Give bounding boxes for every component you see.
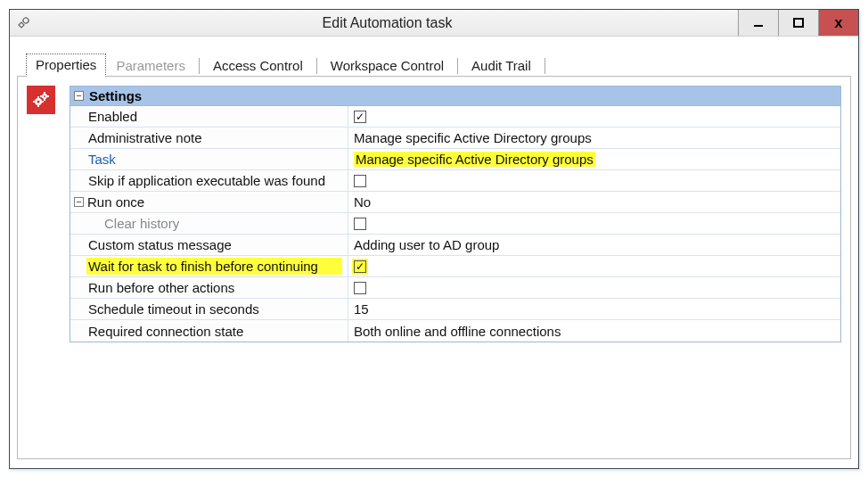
- maximize-button[interactable]: [778, 10, 818, 36]
- value-run-once[interactable]: No: [348, 192, 840, 212]
- tab-content: − Settings Enabled ✓ Administrative note…: [17, 76, 851, 459]
- tab-separator: [199, 58, 200, 74]
- svg-point-0: [23, 18, 29, 23]
- section-settings[interactable]: − Settings: [70, 86, 840, 106]
- svg-rect-14: [47, 95, 49, 97]
- value-admin-note[interactable]: Manage specific Active Directory groups: [348, 128, 840, 148]
- row-connection[interactable]: Required connection state Both online an…: [70, 320, 840, 342]
- row-wait[interactable]: Wait for task to finish before continuin…: [70, 256, 840, 277]
- collapse-icon[interactable]: −: [74, 91, 84, 101]
- value-wait[interactable]: ✓: [348, 256, 840, 276]
- titlebar: Edit Automation task x: [10, 10, 858, 37]
- value-skip[interactable]: [348, 170, 840, 191]
- row-admin-note[interactable]: Administrative note Manage specific Acti…: [70, 128, 840, 149]
- label-timeout: Schedule timeout in seconds: [70, 299, 348, 319]
- row-run-once[interactable]: − Run once No: [70, 192, 840, 213]
- highlight-task-value: Manage specific Active Directory groups: [354, 152, 595, 167]
- tab-bar: Properties Parameters Access Control Wor…: [26, 53, 851, 76]
- close-button[interactable]: x: [818, 10, 858, 36]
- tab-separator: [316, 58, 317, 74]
- value-timeout[interactable]: 15: [348, 299, 840, 319]
- svg-rect-7: [33, 101, 36, 103]
- svg-rect-6: [37, 104, 39, 107]
- window: Edit Automation task x Properties Parame…: [9, 9, 859, 469]
- minimize-button[interactable]: [738, 10, 778, 36]
- value-clear-history[interactable]: [348, 213, 840, 234]
- tab-workspace-control[interactable]: Workspace Control: [321, 54, 454, 77]
- tab-parameters[interactable]: Parameters: [106, 54, 195, 77]
- row-clear-history[interactable]: Clear history: [70, 213, 840, 235]
- checkbox-wait[interactable]: ✓: [354, 260, 366, 273]
- value-run-before[interactable]: [348, 277, 840, 298]
- section-label: Settings: [89, 88, 142, 103]
- svg-rect-1: [754, 25, 763, 27]
- label-task[interactable]: Task: [70, 149, 348, 169]
- label-wait: Wait for task to finish before continuin…: [70, 256, 348, 276]
- property-grid: − Settings Enabled ✓ Administrative note…: [70, 86, 841, 342]
- value-status-message[interactable]: Adding user to AD group: [348, 235, 840, 255]
- tab-separator: [457, 58, 458, 74]
- svg-point-4: [37, 101, 40, 103]
- label-run-once: − Run once: [70, 192, 348, 212]
- svg-point-10: [44, 95, 45, 97]
- value-enabled[interactable]: ✓: [348, 106, 840, 127]
- label-run-before: Run before other actions: [70, 277, 348, 298]
- tab-properties[interactable]: Properties: [26, 54, 106, 77]
- label-connection: Required connection state: [70, 320, 348, 342]
- row-skip[interactable]: Skip if application executable was found: [70, 170, 840, 192]
- row-timeout[interactable]: Schedule timeout in seconds 15: [70, 299, 840, 320]
- gears-icon: [27, 86, 55, 114]
- row-task[interactable]: Task Manage specific Active Directory gr…: [70, 149, 840, 170]
- svg-rect-2: [794, 19, 803, 27]
- checkbox-clear-history[interactable]: [354, 218, 366, 230]
- value-connection[interactable]: Both online and offline connections: [348, 320, 840, 342]
- highlight-wait-label: Wait for task to finish before continuin…: [86, 258, 342, 275]
- tab-access-control[interactable]: Access Control: [203, 54, 313, 77]
- svg-rect-13: [40, 95, 42, 97]
- collapse-icon[interactable]: −: [74, 197, 84, 207]
- svg-rect-5: [37, 96, 39, 99]
- app-icon: [10, 16, 37, 30]
- window-title: Edit Automation task: [37, 15, 738, 31]
- label-status-message: Custom status message: [70, 235, 348, 255]
- tab-audit-trail[interactable]: Audit Trail: [462, 54, 541, 77]
- checkbox-run-before[interactable]: [354, 282, 366, 294]
- label-admin-note: Administrative note: [70, 128, 348, 148]
- row-status-message[interactable]: Custom status message Adding user to AD …: [70, 235, 840, 256]
- checkbox-skip[interactable]: [354, 175, 366, 187]
- label-skip: Skip if application executable was found: [70, 170, 348, 191]
- tab-separator: [545, 58, 545, 74]
- value-task[interactable]: Manage specific Active Directory groups: [348, 149, 840, 169]
- label-clear-history: Clear history: [70, 213, 348, 234]
- window-controls: x: [738, 10, 858, 36]
- checkbox-enabled[interactable]: ✓: [354, 111, 366, 123]
- svg-rect-11: [44, 92, 45, 94]
- row-run-before[interactable]: Run before other actions: [70, 277, 840, 299]
- label-enabled: Enabled: [70, 106, 348, 127]
- client-area: Properties Parameters Access Control Wor…: [10, 37, 858, 468]
- row-enabled[interactable]: Enabled ✓: [70, 106, 840, 128]
- svg-rect-12: [44, 99, 45, 101]
- svg-rect-8: [41, 101, 44, 103]
